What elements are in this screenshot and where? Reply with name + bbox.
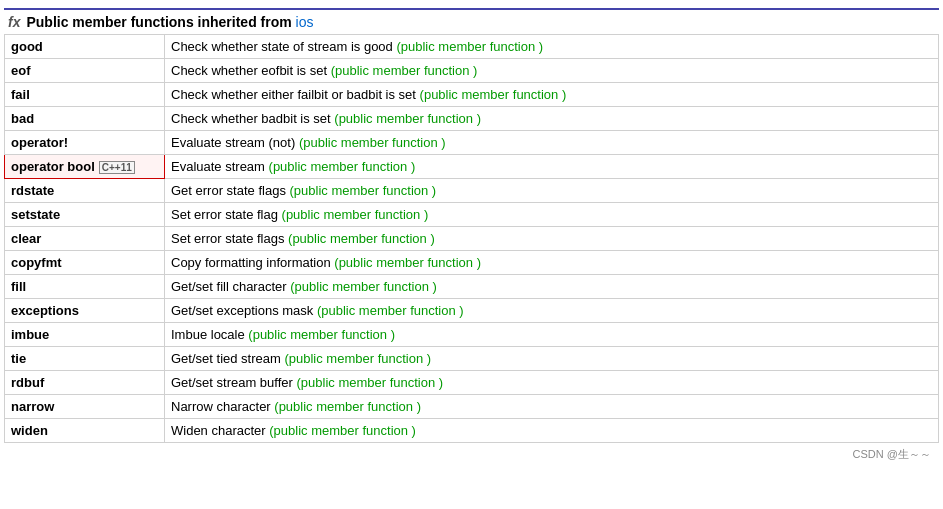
- func-desc-cell: Get/set exceptions mask (public member f…: [165, 299, 939, 323]
- func-desc-link[interactable]: (public member function ): [274, 399, 421, 414]
- table-row: narrowNarrow character (public member fu…: [5, 395, 939, 419]
- func-desc-link[interactable]: (public member function ): [269, 423, 416, 438]
- table-row: rdstateGet error state flags (public mem…: [5, 179, 939, 203]
- table-row: operator boolC++11Evaluate stream (publi…: [5, 155, 939, 179]
- func-name-link[interactable]: operator!: [11, 135, 68, 150]
- func-name-link[interactable]: clear: [11, 231, 41, 246]
- func-name-link[interactable]: bad: [11, 111, 34, 126]
- func-desc-cell: Check whether eofbit is set (public memb…: [165, 59, 939, 83]
- func-name-cell[interactable]: setstate: [5, 203, 165, 227]
- func-desc-cell: Copy formatting information (public memb…: [165, 251, 939, 275]
- ios-link[interactable]: ios: [296, 14, 314, 30]
- func-name-cell[interactable]: clear: [5, 227, 165, 251]
- func-name-cell[interactable]: widen: [5, 419, 165, 443]
- func-name-link[interactable]: fail: [11, 87, 30, 102]
- table-row: widenWiden character (public member func…: [5, 419, 939, 443]
- func-desc-cell: Get/set stream buffer (public member fun…: [165, 371, 939, 395]
- table-row: rdbufGet/set stream buffer (public membe…: [5, 371, 939, 395]
- func-name-cell[interactable]: tie: [5, 347, 165, 371]
- func-desc-cell: Widen character (public member function …: [165, 419, 939, 443]
- func-name-link[interactable]: rdstate: [11, 183, 54, 198]
- table-row: failCheck whether either failbit or badb…: [5, 83, 939, 107]
- func-desc-cell: Get error state flags (public member fun…: [165, 179, 939, 203]
- func-name-link[interactable]: widen: [11, 423, 48, 438]
- footer-text: CSDN @生～～: [853, 448, 931, 460]
- func-desc-text: Check whether either failbit or badbit i…: [171, 87, 420, 102]
- table-row: eofCheck whether eofbit is set (public m…: [5, 59, 939, 83]
- fx-icon: fx: [8, 14, 20, 30]
- table-row: copyfmtCopy formatting information (publ…: [5, 251, 939, 275]
- func-desc-link[interactable]: (public member function ): [334, 255, 481, 270]
- func-desc-text: Imbue locale: [171, 327, 248, 342]
- func-desc-link[interactable]: (public member function ): [290, 183, 437, 198]
- func-desc-cell: Check whether badbit is set (public memb…: [165, 107, 939, 131]
- func-name-link[interactable]: copyfmt: [11, 255, 62, 270]
- func-desc-text: Copy formatting information: [171, 255, 334, 270]
- func-desc-text: Get/set stream buffer: [171, 375, 296, 390]
- func-name-link[interactable]: fill: [11, 279, 26, 294]
- func-name-link[interactable]: rdbuf: [11, 375, 44, 390]
- func-desc-link[interactable]: (public member function ): [269, 159, 416, 174]
- func-desc-text: Evaluate stream (not): [171, 135, 299, 150]
- func-name-link[interactable]: operator bool: [11, 159, 95, 174]
- func-name-cell[interactable]: copyfmt: [5, 251, 165, 275]
- func-name-link[interactable]: good: [11, 39, 43, 54]
- func-name-cell[interactable]: operator!: [5, 131, 165, 155]
- table-row: imbueImbue locale (public member functio…: [5, 323, 939, 347]
- func-desc-text: Get/set fill character: [171, 279, 290, 294]
- func-desc-link[interactable]: (public member function ): [420, 87, 567, 102]
- section-title: Public member functions inherited from i…: [26, 14, 313, 30]
- func-name-cell[interactable]: imbue: [5, 323, 165, 347]
- func-desc-link[interactable]: (public member function ): [317, 303, 464, 318]
- cxx11-badge: C++11: [99, 161, 135, 174]
- func-desc-link[interactable]: (public member function ): [331, 63, 478, 78]
- func-name-link[interactable]: eof: [11, 63, 31, 78]
- func-name-link[interactable]: setstate: [11, 207, 60, 222]
- func-desc-text: Get error state flags: [171, 183, 290, 198]
- func-desc-link[interactable]: (public member function ): [334, 111, 481, 126]
- func-name-link[interactable]: exceptions: [11, 303, 79, 318]
- func-desc-link[interactable]: (public member function ): [290, 279, 437, 294]
- table-row: clearSet error state flags (public membe…: [5, 227, 939, 251]
- func-desc-link[interactable]: (public member function ): [282, 207, 429, 222]
- func-desc-text: Set error state flags: [171, 231, 288, 246]
- func-name-link[interactable]: imbue: [11, 327, 49, 342]
- func-desc-link[interactable]: (public member function ): [296, 375, 443, 390]
- func-desc-link[interactable]: (public member function ): [299, 135, 446, 150]
- func-name-cell[interactable]: rdbuf: [5, 371, 165, 395]
- func-desc-link[interactable]: (public member function ): [288, 231, 435, 246]
- func-desc-cell: Evaluate stream (public member function …: [165, 155, 939, 179]
- table-row: badCheck whether badbit is set (public m…: [5, 107, 939, 131]
- functions-table: goodCheck whether state of stream is goo…: [4, 34, 939, 443]
- func-name-cell[interactable]: narrow: [5, 395, 165, 419]
- table-row: setstateSet error state flag (public mem…: [5, 203, 939, 227]
- func-desc-link[interactable]: (public member function ): [284, 351, 431, 366]
- func-name-cell[interactable]: rdstate: [5, 179, 165, 203]
- func-name-cell[interactable]: operator boolC++11: [5, 155, 165, 179]
- func-desc-cell: Set error state flag (public member func…: [165, 203, 939, 227]
- func-desc-text: Check whether state of stream is good: [171, 39, 396, 54]
- func-name-cell[interactable]: bad: [5, 107, 165, 131]
- func-desc-cell: Check whether either failbit or badbit i…: [165, 83, 939, 107]
- func-desc-cell: Set error state flags (public member fun…: [165, 227, 939, 251]
- func-desc-text: Check whether eofbit is set: [171, 63, 331, 78]
- func-desc-text: Widen character: [171, 423, 269, 438]
- func-name-cell[interactable]: exceptions: [5, 299, 165, 323]
- func-desc-cell: Get/set tied stream (public member funct…: [165, 347, 939, 371]
- func-name-cell[interactable]: fail: [5, 83, 165, 107]
- func-name-cell[interactable]: good: [5, 35, 165, 59]
- func-desc-cell: Narrow character (public member function…: [165, 395, 939, 419]
- func-name-cell[interactable]: fill: [5, 275, 165, 299]
- func-desc-cell: Evaluate stream (not) (public member fun…: [165, 131, 939, 155]
- func-desc-text: Narrow character: [171, 399, 274, 414]
- func-name-link[interactable]: narrow: [11, 399, 54, 414]
- func-desc-link[interactable]: (public member function ): [248, 327, 395, 342]
- table-row: tieGet/set tied stream (public member fu…: [5, 347, 939, 371]
- func-name-link[interactable]: tie: [11, 351, 26, 366]
- table-row: operator!Evaluate stream (not) (public m…: [5, 131, 939, 155]
- func-desc-text: Get/set exceptions mask: [171, 303, 317, 318]
- func-name-cell[interactable]: eof: [5, 59, 165, 83]
- func-desc-cell: Get/set fill character (public member fu…: [165, 275, 939, 299]
- func-desc-link[interactable]: (public member function ): [396, 39, 543, 54]
- func-desc-text: Evaluate stream: [171, 159, 269, 174]
